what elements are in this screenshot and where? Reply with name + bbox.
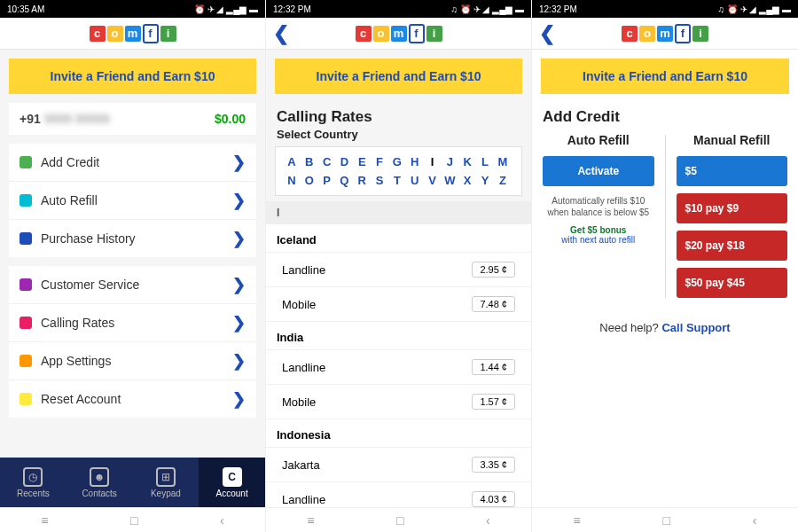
logo: comfi <box>622 24 708 43</box>
chevron-right-icon: ❯ <box>232 351 246 371</box>
status-time: 12:32 PM <box>539 4 577 14</box>
back-button[interactable]: ❮ <box>273 22 289 45</box>
menu-item[interactable]: Auto Refill❯ <box>9 182 256 220</box>
alpha-F[interactable]: F <box>371 153 388 171</box>
invite-banner[interactable]: Invite a Friend and Earn $10 <box>275 59 522 94</box>
nav-back-icon[interactable]: ‹ <box>753 513 757 528</box>
menu-label: Customer Service <box>41 278 139 292</box>
nav-back-icon[interactable]: ‹ <box>486 513 490 528</box>
manual-refill-column: Manual Refill $5$10 pay $9$20 pay $18$50… <box>677 128 788 305</box>
app-header: ❮ comfi <box>266 18 531 50</box>
call-support-link[interactable]: Call Support <box>661 321 730 334</box>
rate-row[interactable]: Landline2.95 ¢ <box>266 253 531 287</box>
alpha-S[interactable]: S <box>371 171 388 190</box>
nav-menu-icon[interactable]: ≡ <box>307 513 314 528</box>
rate-price: 1.57 ¢ <box>472 394 515 410</box>
alpha-T[interactable]: T <box>388 171 406 190</box>
chevron-right-icon: ❯ <box>232 275 246 294</box>
alpha-Y[interactable]: Y <box>476 171 494 190</box>
tab-icon: ◷ <box>23 467 43 487</box>
menu-label: Auto Refill <box>41 193 98 207</box>
alpha-P[interactable]: P <box>318 171 336 190</box>
alpha-B[interactable]: B <box>301 153 318 171</box>
menu-dot-icon <box>20 317 32 329</box>
chevron-right-icon: ❯ <box>232 191 246 210</box>
menu-item[interactable]: Add Credit❯ <box>9 144 256 182</box>
menu-item[interactable]: Calling Rates❯ <box>9 304 256 342</box>
alpha-H[interactable]: H <box>406 153 424 171</box>
invite-banner[interactable]: Invite a Friend and Earn $10 <box>541 59 789 94</box>
rate-row[interactable]: Landline1.44 ¢ <box>266 350 531 385</box>
chevron-right-icon: ❯ <box>232 153 246 172</box>
alpha-X[interactable]: X <box>458 171 476 190</box>
logo: comfi <box>90 24 176 43</box>
rate-row[interactable]: Mobile7.48 ¢ <box>266 287 531 322</box>
balance-row: +91 9999 99999 $0.00 <box>9 103 256 135</box>
chevron-right-icon: ❯ <box>232 313 246 332</box>
tab-icon: C <box>223 467 242 487</box>
refill-option-button[interactable]: $20 pay $18 <box>677 231 788 261</box>
country-row: Iceland <box>266 224 531 253</box>
refill-option-button[interactable]: $10 pay $9 <box>677 193 788 223</box>
alpha-C[interactable]: C <box>318 153 336 171</box>
alpha-M[interactable]: M <box>494 153 512 171</box>
manual-refill-heading: Manual Refill <box>693 133 770 147</box>
rates-list: IIcelandLandline2.95 ¢Mobile7.48 ¢IndiaL… <box>266 201 531 507</box>
rate-row[interactable]: Mobile1.57 ¢ <box>266 385 531 419</box>
nav-home-icon[interactable]: □ <box>396 513 403 528</box>
menu-item[interactable]: Purchase History❯ <box>9 220 256 257</box>
nav-menu-icon[interactable]: ≡ <box>573 513 580 528</box>
rate-row[interactable]: Jakarta3.35 ¢ <box>266 448 531 482</box>
tab-keypad[interactable]: ⊞Keypad <box>133 458 200 507</box>
refill-option-button[interactable]: $50 pay $45 <box>677 268 788 298</box>
menu-dot-icon <box>20 232 32 245</box>
tab-contacts[interactable]: ☻Contacts <box>66 458 133 507</box>
menu-dot-icon <box>20 194 32 207</box>
tab-recents[interactable]: ◷Recents <box>0 458 66 507</box>
alpha-G[interactable]: G <box>388 153 406 171</box>
tab-label: Keypad <box>151 489 181 498</box>
nav-menu-icon[interactable]: ≡ <box>41 513 48 528</box>
alpha-V[interactable]: V <box>424 171 442 190</box>
nav-home-icon[interactable]: □ <box>130 513 137 528</box>
select-country-label: Select Country <box>266 128 531 146</box>
alpha-R[interactable]: R <box>353 171 371 190</box>
rate-price: 4.03 ¢ <box>472 491 515 507</box>
alpha-O[interactable]: O <box>301 171 318 190</box>
alpha-U[interactable]: U <box>406 171 424 190</box>
alpha-Q[interactable]: Q <box>335 171 353 190</box>
menu-label: Calling Rates <box>41 316 114 330</box>
nav-home-icon[interactable]: □ <box>663 513 670 528</box>
tab-account[interactable]: CAccount <box>199 458 265 507</box>
alpha-J[interactable]: J <box>441 153 458 171</box>
status-time: 12:32 PM <box>273 4 311 14</box>
back-button[interactable]: ❮ <box>539 22 555 45</box>
rate-price: 2.95 ¢ <box>472 262 515 278</box>
menu-item[interactable]: Reset Account❯ <box>9 380 256 418</box>
alpha-A[interactable]: A <box>283 153 301 171</box>
invite-banner[interactable]: Invite a Friend and Earn $10 <box>9 59 256 94</box>
menu-item[interactable]: App Settings❯ <box>9 342 256 380</box>
alpha-K[interactable]: K <box>458 153 476 171</box>
alpha-W[interactable]: W <box>441 171 458 190</box>
alpha-I[interactable]: I <box>424 153 442 171</box>
refill-option-button[interactable]: $5 <box>677 156 788 186</box>
alpha-L[interactable]: L <box>476 153 494 171</box>
menu-group-primary: Add Credit❯Auto Refill❯Purchase History❯ <box>9 144 256 257</box>
country-row: Indonesia <box>266 419 531 448</box>
nav-back-icon[interactable]: ‹ <box>220 513 224 528</box>
status-time: 10:35 AM <box>7 4 44 14</box>
rate-row[interactable]: Landline4.03 ¢ <box>266 482 531 507</box>
alpha-E[interactable]: E <box>353 153 371 171</box>
alpha-D[interactable]: D <box>335 153 353 171</box>
screen-account: 10:35 AM ⏰ ✈ ◢ ▂▄▆ ▬ comfi Invite a Frie… <box>0 0 266 532</box>
android-nav: ≡□‹ <box>266 507 531 532</box>
alpha-Z[interactable]: Z <box>494 171 512 190</box>
alpha-N[interactable]: N <box>283 171 301 190</box>
menu-item[interactable]: Customer Service❯ <box>9 266 256 304</box>
tab-label: Account <box>216 489 248 498</box>
tab-icon: ⊞ <box>156 467 176 487</box>
app-header: comfi <box>0 18 265 50</box>
activate-button[interactable]: Activate <box>543 156 654 186</box>
status-bar: 12:32 PM ♫ ⏰ ✈ ◢ ▂▄▆ ▬ <box>266 0 531 18</box>
